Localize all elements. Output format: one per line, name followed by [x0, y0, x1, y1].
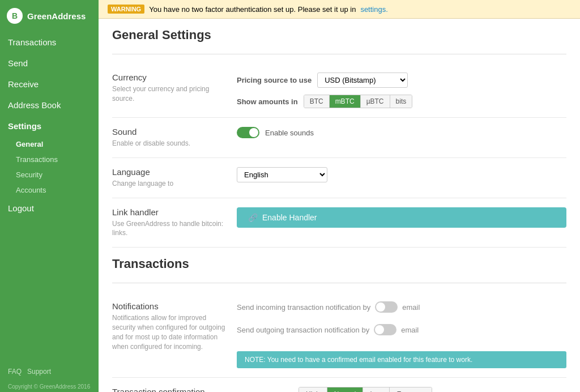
notifications-label: Notifications: [112, 301, 225, 311]
sidebar-copyright: Copyright © GreenAddress 2016: [0, 381, 99, 392]
enable-handler-label: Enable Handler: [262, 213, 317, 222]
sidebar-item-address-book[interactable]: Address Book: [0, 95, 99, 116]
general-settings-title: General Settings: [112, 28, 566, 47]
outgoing-email-label: email: [401, 326, 419, 334]
sidebar-item-logout[interactable]: Logout: [0, 198, 99, 219]
toggle-track: [237, 127, 259, 138]
priority-btn-economy[interactable]: Economy: [390, 387, 432, 392]
pricing-source-row: Pricing source to use USD (Bitstamp) USD…: [237, 73, 566, 88]
general-settings-section: General Settings Currency Select your cu…: [112, 28, 566, 248]
sidebar-subitem-transactions[interactable]: Transactions: [0, 152, 99, 167]
section-divider-1: [112, 54, 566, 54]
sound-toggle[interactable]: [237, 127, 259, 138]
link-handler-label: Link handler: [112, 207, 225, 217]
outgoing-toggle[interactable]: [374, 324, 396, 335]
currency-label-col: Currency Select your currency and pricin…: [112, 73, 225, 104]
currency-label: Currency: [112, 73, 225, 82]
toggle-thumb: [249, 128, 258, 137]
amount-btn-btc[interactable]: BTC: [304, 95, 330, 108]
transactions-title: Transactions: [112, 257, 566, 276]
link-handler-label-col: Link handler Use GreenAddress to handle …: [112, 207, 225, 238]
sidebar-subitem-general[interactable]: General: [0, 137, 99, 152]
notifications-control-col: Send incoming transaction notification b…: [237, 301, 566, 368]
section-divider-2: [112, 283, 566, 283]
transactions-section: Transactions Notifications Notifications…: [112, 257, 566, 392]
currency-desc: Select your currency and pricing source.: [112, 84, 225, 104]
sidebar-item-settings[interactable]: Settings: [0, 116, 99, 137]
amount-btn-group: BTC mBTC µBTC bits: [304, 95, 413, 108]
sidebar-subnav: General Transactions Security Accounts: [0, 137, 99, 198]
incoming-email-label: email: [402, 303, 420, 312]
warning-badge: WARNING: [108, 5, 144, 14]
main-content: WARNING You have no two factor authentic…: [99, 0, 580, 392]
notifications-desc: Notifications allow for improved securit…: [112, 313, 225, 351]
priority-row: Transaction confirmation priority Set de…: [112, 378, 566, 392]
amounts-label: Show amounts in: [237, 97, 298, 106]
sidebar-item-transactions[interactable]: Transactions: [0, 32, 99, 53]
sound-toggle-row: Enable sounds: [237, 127, 566, 138]
priority-btn-normal[interactable]: Normal: [327, 387, 364, 392]
sound-label: Sound: [112, 127, 225, 137]
language-control-col: English Español Français Deutsch 中文: [237, 167, 566, 182]
incoming-toggle-track: [375, 301, 398, 313]
sound-row: Sound Enable or disable sounds. Enable s…: [112, 118, 566, 158]
priority-label-col: Transaction confirmation priority Set de…: [112, 387, 225, 392]
priority-label: Transaction confirmation priority: [112, 387, 225, 392]
sidebar-item-receive[interactable]: Receive: [0, 74, 99, 95]
priority-control-col: Select priority: High Normal Low Economy: [237, 387, 566, 392]
pricing-source-select[interactable]: USD (Bitstamp) USD (Coinbase) EUR (Bitst…: [317, 73, 408, 88]
sidebar-nav: Transactions Send Receive Address Book S…: [0, 32, 99, 362]
amount-btn-ubtc[interactable]: µBTC: [361, 95, 390, 108]
warning-settings-link[interactable]: settings.: [360, 5, 387, 14]
incoming-toggle[interactable]: [375, 301, 398, 313]
sidebar-logo: B GreenAddress: [0, 0, 99, 32]
outgoing-toggle-track: [374, 324, 396, 335]
language-desc: Change language to: [112, 179, 225, 189]
content-area: General Settings Currency Select your cu…: [99, 19, 580, 392]
outgoing-label: Send outgoing transaction notification b…: [237, 326, 369, 334]
currency-control-col: Pricing source to use USD (Bitstamp) USD…: [237, 73, 566, 108]
footer-support[interactable]: Support: [27, 368, 51, 376]
link-icon: 🔗: [248, 213, 258, 222]
sound-label-col: Sound Enable or disable sounds.: [112, 127, 225, 148]
logo-icon: B: [7, 8, 23, 24]
logo-text: GreenAddress: [27, 11, 86, 21]
link-handler-row: Link handler Use GreenAddress to handle …: [112, 198, 566, 248]
amount-btn-mbtc[interactable]: mBTC: [330, 95, 361, 108]
outgoing-notification-row: Send outgoing transaction notification b…: [237, 324, 566, 335]
language-label-col: Language Change language to: [112, 167, 225, 189]
sound-control-col: Enable sounds: [237, 127, 566, 138]
language-select[interactable]: English Español Français Deutsch 中文: [237, 167, 327, 182]
enable-handler-button[interactable]: 🔗 Enable Handler: [237, 207, 566, 228]
sidebar-item-send[interactable]: Send: [0, 53, 99, 74]
notifications-row: Notifications Notifications allow for im…: [112, 292, 566, 378]
pricing-source-label: Pricing source to use: [237, 76, 312, 84]
notifications-label-col: Notifications Notifications allow for im…: [112, 301, 225, 351]
sidebar: B GreenAddress Transactions Send Receive…: [0, 0, 99, 392]
incoming-toggle-thumb: [376, 302, 385, 312]
incoming-label: Send incoming transaction notification b…: [237, 303, 370, 312]
sidebar-subitem-accounts[interactable]: Accounts: [0, 182, 99, 198]
warning-text: You have no two factor authentication se…: [149, 5, 356, 14]
priority-btn-high[interactable]: High: [299, 387, 327, 392]
priority-btn-group: High Normal Low Economy: [298, 387, 432, 392]
sound-toggle-label: Enable sounds: [265, 129, 314, 137]
warning-banner: WARNING You have no two factor authentic…: [99, 0, 580, 19]
sidebar-subitem-security[interactable]: Security: [0, 167, 99, 182]
sidebar-footer: FAQ Support: [0, 362, 99, 381]
link-handler-desc: Use GreenAddress to handle bitcoin: link…: [112, 219, 225, 238]
amount-btn-bits[interactable]: bits: [390, 95, 412, 108]
currency-row: Currency Select your currency and pricin…: [112, 63, 566, 118]
priority-select-row: Select priority: High Normal Low Economy: [237, 387, 566, 392]
language-row: Language Change language to English Espa…: [112, 158, 566, 198]
footer-faq[interactable]: FAQ: [8, 368, 22, 376]
outgoing-toggle-thumb: [375, 325, 384, 334]
link-handler-control-col: 🔗 Enable Handler: [237, 207, 566, 228]
sound-desc: Enable or disable sounds.: [112, 139, 225, 148]
amounts-row: Show amounts in BTC mBTC µBTC bits: [237, 95, 566, 108]
email-note: NOTE: You need to have a confirmed email…: [237, 351, 566, 368]
language-label: Language: [112, 167, 225, 177]
priority-btn-low[interactable]: Low: [363, 387, 390, 392]
language-select-row: English Español Français Deutsch 中文: [237, 167, 566, 182]
incoming-notification-row: Send incoming transaction notification b…: [237, 301, 566, 313]
